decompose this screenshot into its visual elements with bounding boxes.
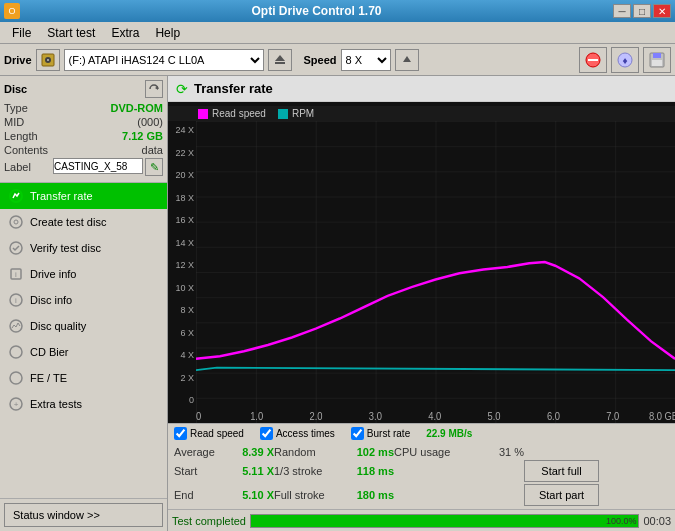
type-label: Type xyxy=(4,102,28,114)
transfer-rate-icon xyxy=(8,188,24,204)
menu-start-test[interactable]: Start test xyxy=(39,24,103,42)
svg-point-24 xyxy=(10,372,22,384)
disc-label-edit-button[interactable]: ✎ xyxy=(145,158,163,176)
bottom-section: Status window >> xyxy=(0,498,167,531)
svg-text:6.0: 6.0 xyxy=(547,411,560,423)
mid-label: MID xyxy=(4,116,24,128)
burn-button[interactable]: ♦ xyxy=(611,47,639,73)
start-value: 5.11 X xyxy=(242,465,274,477)
progress-time: 00:03 xyxy=(643,515,671,527)
verify-test-disc-icon xyxy=(8,240,24,256)
drive-select[interactable]: (F:) ATAPI iHAS124 C LL0A xyxy=(64,49,264,71)
svg-text:+: + xyxy=(14,400,19,409)
access-times-checkbox[interactable] xyxy=(260,427,273,440)
disc-label-input[interactable] xyxy=(53,158,143,174)
start-part-button[interactable]: Start part xyxy=(524,484,599,506)
nav-drive-info-label: Drive info xyxy=(30,268,76,280)
nav-verify-test-disc[interactable]: Verify test disc xyxy=(0,235,167,261)
read-speed-checkbox-label: Read speed xyxy=(190,428,244,439)
chart-icon: ⟳ xyxy=(176,81,188,97)
nav-drive-info[interactable]: i Drive info xyxy=(0,261,167,287)
nav-extra-tests[interactable]: + Extra tests xyxy=(0,391,167,417)
svg-text:♦: ♦ xyxy=(622,55,627,66)
menu-extra[interactable]: Extra xyxy=(103,24,147,42)
fe-te-icon xyxy=(8,370,24,386)
cpu-value: 31 % xyxy=(499,446,524,458)
svg-text:7.0: 7.0 xyxy=(606,411,619,423)
progress-bar-outer: 100.0% xyxy=(250,514,639,528)
status-window-button[interactable]: Status window >> xyxy=(4,503,163,527)
nav-fe-te[interactable]: FE / TE xyxy=(0,365,167,391)
random-value: 102 ms xyxy=(357,446,394,458)
y-label-12: 12 X xyxy=(168,260,194,270)
average-value: 8.39 X xyxy=(242,446,274,458)
drivebar: Drive (F:) ATAPI iHAS124 C LL0A Speed 8 … xyxy=(0,44,675,76)
nav-cd-bier[interactable]: CD Bier xyxy=(0,339,167,365)
stat-end: End 5.10 X xyxy=(174,484,274,506)
read-speed-checkbox[interactable] xyxy=(174,427,187,440)
minimize-button[interactable]: ─ xyxy=(613,4,631,18)
legend-rpm-label: RPM xyxy=(292,108,314,119)
disc-info-icon: i xyxy=(8,292,24,308)
svg-text:i: i xyxy=(15,296,17,305)
cd-bier-icon xyxy=(8,344,24,360)
speed-label: Speed xyxy=(304,54,337,66)
y-axis: 24 X 22 X 20 X 18 X 16 X 14 X 12 X 10 X … xyxy=(168,121,196,423)
y-label-4: 4 X xyxy=(168,350,194,360)
nav-disc-info-label: Disc info xyxy=(30,294,72,306)
progress-bar-section: Test completed 100.0% 00:03 xyxy=(168,509,675,531)
menu-help[interactable]: Help xyxy=(147,24,188,42)
drive-icon-btn[interactable] xyxy=(36,49,60,71)
save-button[interactable] xyxy=(643,47,671,73)
svg-point-16 xyxy=(14,220,18,224)
maximize-button[interactable]: □ xyxy=(633,4,651,18)
nav-disc-quality-label: Disc quality xyxy=(30,320,86,332)
y-label-0: 0 xyxy=(168,395,194,405)
chart-svg: 0 1.0 2.0 3.0 4.0 5.0 6.0 7.0 8.0 GB xyxy=(196,121,675,423)
y-label-20: 20 X xyxy=(168,170,194,180)
nav-create-test-disc-label: Create test disc xyxy=(30,216,106,228)
legend-read-speed-label: Read speed xyxy=(212,108,266,119)
svg-text:1.0: 1.0 xyxy=(250,411,263,423)
speed-arrow-button[interactable] xyxy=(395,49,419,71)
create-test-disc-icon xyxy=(8,214,24,230)
menu-file[interactable]: File xyxy=(4,24,39,42)
legend-rpm-color xyxy=(278,109,288,119)
nav-fe-te-label: FE / TE xyxy=(30,372,67,384)
y-label-10: 10 X xyxy=(168,283,194,293)
contents-value: data xyxy=(142,144,163,156)
full-stroke-value: 180 ms xyxy=(357,489,394,501)
eject-button[interactable] xyxy=(268,49,292,71)
svg-text:8.0 GB: 8.0 GB xyxy=(649,411,675,423)
svg-text:2.0: 2.0 xyxy=(310,411,323,423)
speed-select[interactable]: 8 X xyxy=(341,49,391,71)
chart-header: ⟳ Transfer rate xyxy=(168,76,675,102)
extra-tests-icon: + xyxy=(8,396,24,412)
stats-grid: Average 8.39 X Random 102 ms CPU usage 3… xyxy=(168,443,675,509)
progress-percent: 100.0% xyxy=(606,516,637,526)
stats-checkboxes: Read speed Access times Burst rate 22.9 … xyxy=(168,423,675,443)
svg-rect-11 xyxy=(653,53,661,58)
svg-text:5.0: 5.0 xyxy=(488,411,501,423)
nav-disc-quality[interactable]: Disc quality xyxy=(0,313,167,339)
close-button[interactable]: ✕ xyxy=(653,4,671,18)
y-label-22: 22 X xyxy=(168,148,194,158)
burst-rate-checkbox[interactable] xyxy=(351,427,364,440)
nav-verify-test-disc-label: Verify test disc xyxy=(30,242,101,254)
chart-area: 24 X 22 X 20 X 18 X 16 X 14 X 12 X 10 X … xyxy=(168,121,675,423)
access-times-checkbox-label: Access times xyxy=(276,428,335,439)
burst-rate-value: 22.9 MB/s xyxy=(426,428,472,439)
burst-rate-checkbox-label: Burst rate xyxy=(367,428,410,439)
erase-button[interactable] xyxy=(579,47,607,73)
svg-text:0: 0 xyxy=(196,411,201,423)
stat-average: Average 8.39 X xyxy=(174,446,274,458)
nav-create-test-disc[interactable]: Create test disc xyxy=(0,209,167,235)
nav-disc-info[interactable]: i Disc info xyxy=(0,287,167,313)
disc-refresh-button[interactable] xyxy=(145,80,163,98)
window-title: Opti Drive Control 1.70 xyxy=(20,4,613,18)
chart-container: Read speed RPM 24 X 22 X 20 X 18 X 16 X … xyxy=(168,102,675,423)
svg-text:i: i xyxy=(15,270,17,279)
nav-transfer-rate[interactable]: Transfer rate xyxy=(0,183,167,209)
drive-label: Drive xyxy=(4,54,32,66)
start-full-button[interactable]: Start full xyxy=(524,460,599,482)
